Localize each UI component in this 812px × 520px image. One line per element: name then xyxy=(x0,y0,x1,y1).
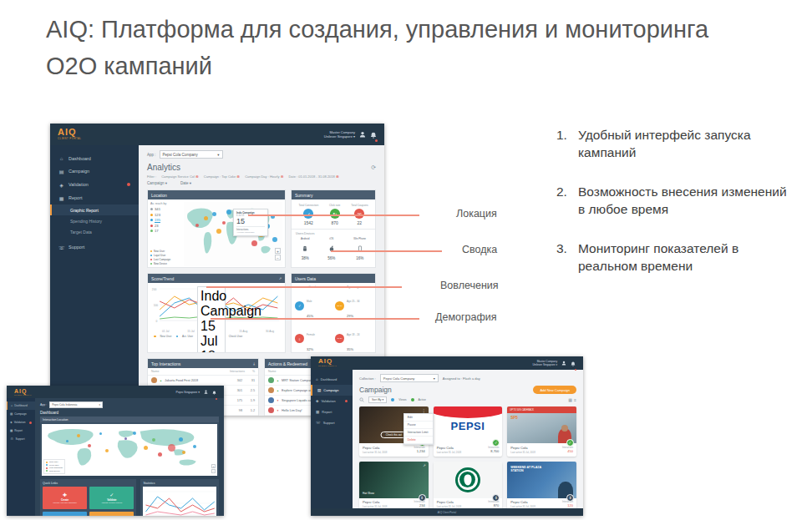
image-caption: WEEKEND AT PLAZA STATION xyxy=(510,466,544,473)
menu-item-delete[interactable]: Delete xyxy=(404,437,433,444)
remove-filter-icon[interactable]: ⊗ xyxy=(336,174,339,179)
download-icon[interactable]: ⤓ xyxy=(253,361,255,366)
devices-label: Users Devices xyxy=(292,230,375,237)
views-dot xyxy=(391,398,394,401)
campaign-dropdown[interactable]: Campaign ▾ xyxy=(147,181,167,185)
profile-icon[interactable] xyxy=(561,361,566,366)
map-dot xyxy=(158,452,162,457)
company-switcher[interactable]: Master Company Unilever Singapore ▾ xyxy=(532,360,557,366)
world-map-shapes xyxy=(42,424,217,476)
male-icon: ♂ xyxy=(295,301,304,310)
notifications-bell-icon[interactable] xyxy=(212,386,216,400)
sidebar-item-report[interactable]: ▦Report xyxy=(50,191,139,204)
sidebar-item-validation[interactable]: ◈Validation xyxy=(311,396,353,406)
date-dropdown[interactable]: Date ▾ xyxy=(180,181,191,185)
world-map[interactable]: Indo Campaign 6 Jul 18 15 Interactions A… xyxy=(184,202,282,266)
review-analytics-tile[interactable]: ▤Review AnalyticsMonitor campaign result… xyxy=(43,512,87,516)
campaign-icon: ▤ xyxy=(58,169,64,174)
sidebar-subitem-spending-history[interactable]: Spending History xyxy=(50,215,139,226)
age-circle: 25-34 xyxy=(335,301,344,310)
x-tick: 30 Aug xyxy=(266,330,274,333)
sidebar-subitem-graphic-report[interactable]: Graphic Report xyxy=(50,204,139,215)
app-logo: AIQ CLIENT PORTAL xyxy=(58,128,81,140)
logo-subtitle: CLIENT PORTAL xyxy=(58,137,81,140)
logo-text: AIQ xyxy=(58,128,81,137)
campaign-card[interactable]: WEEKEND AT PLAZA STATION Ⅱ Pepsi ColaLas… xyxy=(507,462,576,509)
sidebar-item-dashboard[interactable]: ⌂Dashboard xyxy=(311,374,353,385)
sidebar-item-campaign[interactable]: ▤Campaign xyxy=(7,410,35,418)
world-map[interactable]: New User Loyal User Lost Campaign New De… xyxy=(42,424,217,476)
campaign-card[interactable]: UP TO 50% CASHBACK SP5 ✓ Pepsi ColaLast … xyxy=(507,406,576,457)
sidebar-item-validation[interactable]: ◈Validation xyxy=(7,418,35,427)
company-switcher[interactable]: Master Company Unilever Singapore ▾ xyxy=(324,130,355,139)
profile-icon[interactable] xyxy=(359,131,366,138)
remove-filter-icon[interactable]: ⊗ xyxy=(281,174,284,179)
profile-icon[interactable] xyxy=(204,390,208,394)
filter-label: Filter : xyxy=(147,174,156,179)
map-dot xyxy=(179,437,183,442)
app-select[interactable]: Pepsi Cola Company▾ xyxy=(160,150,223,159)
benefit-text: Возможность внесения изменений в любое в… xyxy=(578,184,790,219)
campaign-card[interactable]: Hair Show ↗ Ⅱ Pepsi ColaLast active 31 J… xyxy=(359,462,429,509)
sidebar-item-dashboard[interactable]: ⌂Dashboard xyxy=(7,401,35,410)
campaign-card[interactable]: Check this out ⋮ Edit Pause Interaction … xyxy=(359,406,429,457)
sidebar-item-campaign[interactable]: ▤Campaign xyxy=(311,385,353,396)
sidebar-item-report[interactable]: ▦Report xyxy=(311,406,353,417)
remove-filter-icon[interactable]: ⊗ xyxy=(195,174,199,179)
legend-dot xyxy=(46,467,48,469)
app-select-label: App : xyxy=(147,153,156,157)
legend-dot xyxy=(46,470,48,472)
sidebar-item-campaign[interactable]: ▤Campaign xyxy=(50,164,139,178)
validate-tile[interactable]: ✓ValidateValidate coupon redeem xyxy=(89,487,134,509)
collection-select[interactable]: Pepsi Cola Company▾ xyxy=(380,374,439,382)
menu-item-pause[interactable]: Pause xyxy=(404,422,433,429)
sidebar-item-support[interactable]: ☏Support xyxy=(50,240,139,254)
create-campaign-tile[interactable]: ✚CreateLaunch your own campaign xyxy=(43,487,87,509)
expand-icon[interactable]: ↗ xyxy=(279,276,282,280)
notifications-bell-icon[interactable] xyxy=(370,127,377,142)
zoom-out-button[interactable]: − xyxy=(275,255,281,260)
zoom-out-button[interactable]: − xyxy=(211,469,216,473)
sidebar-item-validation[interactable]: ◈Validation xyxy=(50,178,139,191)
sidebar-item-support[interactable]: ☏Support xyxy=(7,435,35,443)
sidebar-subitem-target-data[interactable]: Target Data xyxy=(50,226,139,237)
map-dot xyxy=(193,445,196,448)
benefit-number: 1. xyxy=(556,127,578,162)
notifications-bell-icon[interactable] xyxy=(571,356,576,371)
menu-item-edit[interactable]: Edit xyxy=(404,414,433,422)
filter-chip[interactable]: Campaign : Top Coke ⊗ xyxy=(204,174,240,179)
expand-icon[interactable]: ↗ xyxy=(423,463,425,467)
company-switcher[interactable]: Pepsi Singapore ▾ xyxy=(176,391,200,394)
remove-filter-icon[interactable]: ⊗ xyxy=(236,174,240,179)
sidebar-item-dashboard[interactable]: ⌂Dashboard xyxy=(50,152,139,164)
filter-chip[interactable]: Campaign Day : Hourly ⊗ xyxy=(245,174,283,179)
annotation-line-summary xyxy=(331,250,442,252)
menu-item-interaction-limit[interactable]: Interaction Limit xyxy=(404,429,433,437)
legend-dot xyxy=(46,464,48,466)
alert-badge xyxy=(345,400,348,402)
filter-chip[interactable]: Date : 01.01.2018 - 31.08.2018 ⊗ xyxy=(288,174,338,179)
sort-dropdown[interactable]: Sort By ▾ xyxy=(368,396,387,403)
zoom-in-button[interactable]: + xyxy=(211,464,216,468)
legend-dot xyxy=(176,336,179,338)
filter-chip[interactable]: Campaign Service Col ⊗ xyxy=(161,174,199,179)
top-up-tile[interactable]: ◈Top Up BalanceAdd credit for campaigns xyxy=(89,512,134,516)
grid-view-icon[interactable]: ▦ xyxy=(568,397,572,402)
campaign-card[interactable]: Ⅱ Pepsi ColaLast active 31 Jul, 2018 Int… xyxy=(434,462,503,509)
refresh-icon[interactable]: ⟳ xyxy=(371,164,376,171)
avatar xyxy=(151,377,157,383)
search-icon[interactable] xyxy=(359,397,364,402)
active-badge: ✓ xyxy=(566,439,574,447)
sidebar-item-report[interactable]: ▦Report xyxy=(7,427,35,435)
campaign-card[interactable]: PEPSI ✓ Pepsi ColaLast active 31 Jul, 20… xyxy=(434,406,503,457)
sidebar-item-support[interactable]: ☏Support xyxy=(311,417,353,428)
reach-label: Av. reach by xyxy=(150,202,184,205)
table-row[interactable]: ▲Jakarta Food Fest 201834231 xyxy=(148,376,258,386)
campaign-image xyxy=(434,462,503,498)
campaign-image: UP TO 50% CASHBACK SP5 xyxy=(507,406,576,443)
add-campaign-button[interactable]: Add New Campaign xyxy=(533,386,576,394)
app-select[interactable]: Pepsi Cola Indonesia▾ xyxy=(49,401,103,408)
zoom-in-button[interactable]: + xyxy=(275,248,281,254)
list-view-icon[interactable]: ≡ xyxy=(574,397,576,402)
benefit-item: 2.Возможность внесения изменений в любое… xyxy=(556,184,790,219)
